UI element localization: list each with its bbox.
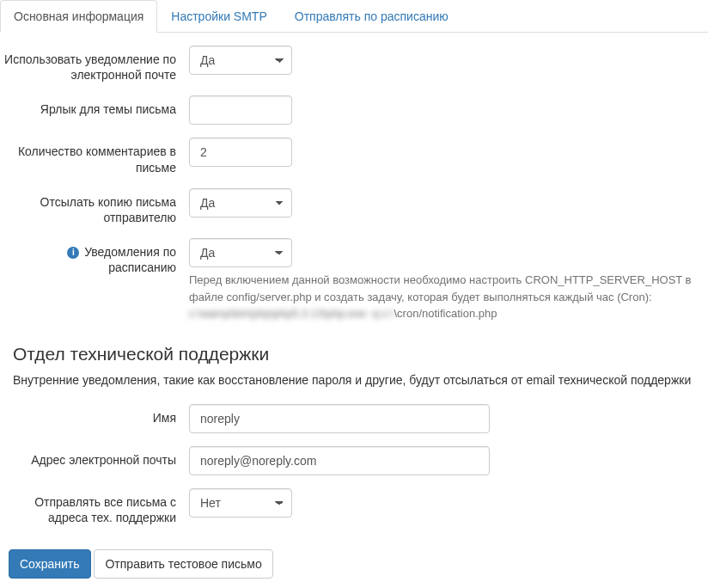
label-subject-tag: Ярлык для темы письма — [0, 95, 189, 117]
row-subject-tag: Ярлык для темы письма — [0, 95, 708, 125]
send-test-button[interactable]: Отправить тестовое письмо — [94, 549, 272, 579]
row-send-all-from-support: Отправлять все письма с адреса тех. подд… — [0, 488, 708, 525]
label-support-name: Имя — [0, 404, 189, 426]
row-send-copy: Отсылать копию письма отправителю Да — [0, 188, 708, 225]
row-support-name: Имя — [0, 404, 708, 433]
tab-schedule[interactable]: Отправлять по расписанию — [281, 0, 462, 33]
row-comments-count: Количество комментариев в письме — [0, 138, 708, 175]
section-desc-support: Внутренние уведомления, такие как восста… — [13, 373, 695, 387]
label-scheduled-notifications-text: Уведомления по расписанию — [84, 245, 176, 274]
input-support-email[interactable] — [189, 446, 490, 475]
row-scheduled-notifications: i Уведомления по расписанию Да Перед вкл… — [0, 238, 708, 322]
save-button[interactable]: Сохранить — [9, 549, 91, 579]
footer-actions: Сохранить Отправить тестовое письмо — [0, 538, 708, 588]
tab-content: Использовать уведомление по электронной … — [0, 33, 708, 588]
label-scheduled-notifications: i Уведомления по расписанию — [0, 238, 189, 275]
tabs: Основная информация Настройки SMTP Отпра… — [0, 0, 708, 33]
select-scheduled-notifications[interactable]: Да — [189, 238, 292, 267]
tab-smtp[interactable]: Настройки SMTP — [157, 0, 280, 33]
help-text-line1: Перед включением данной возможности необ… — [189, 273, 692, 303]
label-support-email: Адрес электронной почты — [0, 446, 189, 468]
tab-main-link[interactable]: Основная информация — [0, 0, 157, 33]
select-use-email-notification[interactable]: Да — [189, 46, 292, 75]
row-use-email-notification: Использовать уведомление по электронной … — [0, 46, 708, 83]
label-comments-count: Количество комментариев в письме — [0, 138, 189, 175]
info-icon: i — [67, 247, 79, 259]
section-title-support: Отдел технической поддержки — [13, 344, 708, 364]
input-support-name[interactable] — [189, 404, 490, 433]
tab-smtp-link[interactable]: Настройки SMTP — [157, 0, 280, 33]
select-send-copy[interactable]: Да — [189, 188, 292, 217]
help-text-suffix: \cron/notification.php — [394, 307, 497, 320]
row-support-email: Адрес электронной почты — [0, 446, 708, 475]
help-text-blurred: c:\wamp\bin\php\php5.3.13\php.exe -q c:\ — [189, 307, 394, 320]
tab-schedule-link[interactable]: Отправлять по расписанию — [281, 0, 462, 33]
input-subject-tag[interactable] — [189, 95, 292, 125]
label-use-email-notification: Использовать уведомление по электронной … — [0, 46, 189, 83]
input-comments-count[interactable] — [189, 138, 292, 167]
label-send-copy: Отсылать копию письма отправителю — [0, 188, 189, 225]
help-scheduled-notifications: Перед включением данной возможности необ… — [189, 272, 695, 322]
select-send-all-from-support[interactable]: Нет — [189, 488, 292, 518]
label-send-all-from-support: Отправлять все письма с адреса тех. подд… — [0, 488, 189, 525]
tab-main[interactable]: Основная информация — [0, 0, 157, 33]
